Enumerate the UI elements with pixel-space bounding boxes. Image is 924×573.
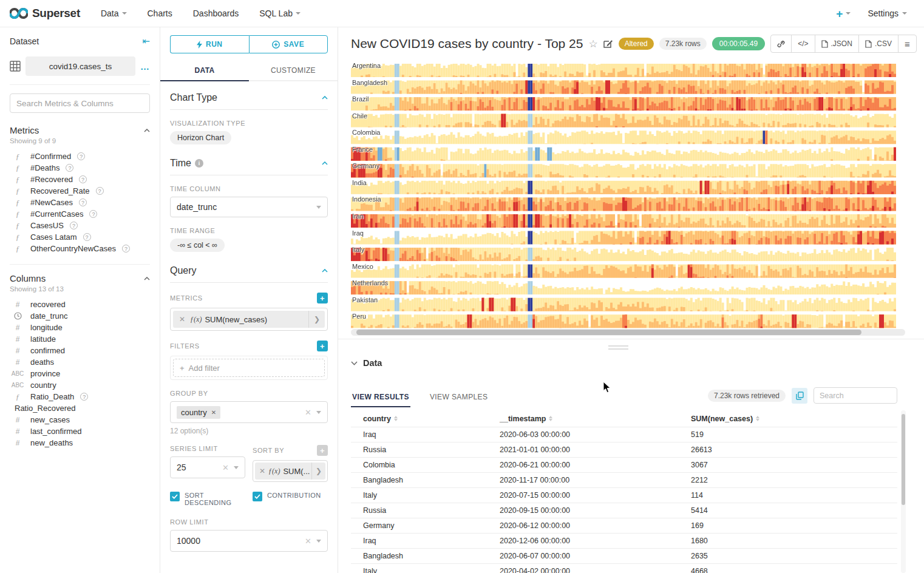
collapse-panel-icon[interactable]: ⇤ [142,36,150,47]
field-item-province[interactable]: ABCprovince [10,368,150,379]
horizon-chart[interactable]: ArgentinaBangladeshBrazilChileColombiaFr… [351,61,897,328]
clear-icon[interactable]: ✕ [305,537,311,546]
chevron-up-icon[interactable] [144,277,150,280]
table-row[interactable]: Bangladesh2020-06-07 00:00:002635 [351,548,897,563]
column-header-timestamp[interactable]: __timestamp [500,415,691,423]
nav-item-charts[interactable]: Charts [148,8,172,18]
altered-badge[interactable]: Altered [619,38,654,50]
field-item-longitude[interactable]: #longitude [10,322,150,333]
new-item-dropdown[interactable]: + [836,8,851,19]
field-item-latitude[interactable]: #latitude [10,333,150,345]
data-section-toggle[interactable]: Data [351,358,924,368]
nav-item-data[interactable]: Data [101,8,127,18]
field-item--recovered[interactable]: ƒ#Recovered? [10,174,150,185]
table-row[interactable]: Germany2020-06-12 00:00:00169 [351,518,897,533]
dataset-name[interactable]: covid19.cases_ts [25,56,135,76]
table-row[interactable]: Iraq2020-06-03 00:00:00519 [351,427,897,442]
field-item--deaths[interactable]: ƒ#Deaths? [10,162,150,174]
group-by-select[interactable]: country ✕ ✕ [170,401,328,423]
field-item-ratio-recovered[interactable]: Ratio_Recovered [10,402,150,414]
time-section-title[interactable]: Time [170,158,191,169]
field-item-recovered-rate[interactable]: ƒRecovered_Rate? [10,185,150,197]
table-row[interactable]: Russia2021-01-01 00:00:0026613 [351,442,897,457]
field-item-cases-latam[interactable]: ƒCases Latam? [10,231,150,243]
export-json-button[interactable]: .JSON [815,35,859,52]
metric-expand-icon[interactable]: ❯ [308,311,325,328]
field-name: CasesUS [30,221,64,230]
field-item--newcases[interactable]: ƒ#NewCases? [10,197,150,208]
results-search-input[interactable] [814,387,897,404]
table-row[interactable]: Bangladesh2020-11-17 00:00:002212 [351,472,897,487]
metric-pill[interactable]: ✕ ƒ(x) SUM(new_cases) ❯ [173,311,325,328]
table-row[interactable]: Italy2020-04-02 00:00:004668 [351,563,897,573]
metrics-showing-count: Showing 9 of 9 [10,137,150,144]
tab-data[interactable]: DATA [160,61,249,80]
scrollbar-thumb[interactable] [356,330,861,335]
resize-handle[interactable] [608,345,628,351]
remove-metric-icon[interactable]: ✕ [173,315,190,324]
viz-type-value[interactable]: Horizon Chart [170,131,231,144]
favorite-star-icon[interactable]: ☆ [588,38,597,50]
field-item-confirmed[interactable]: #confirmed [10,345,150,356]
table-row[interactable]: Iraq2020-12-06 00:00:001680 [351,533,897,548]
table-row[interactable]: Russia2020-09-15 00:00:005414 [351,503,897,518]
field-item--currentcases[interactable]: ƒ#CurrentCases? [10,208,150,220]
contribution-checkbox[interactable] [253,492,262,501]
column-header-sum-new-cases[interactable]: SUM(new_cases) [691,415,897,423]
copy-data-button[interactable] [792,388,807,404]
scrollbar-thumb[interactable] [902,414,905,505]
superset-infinity-icon [10,7,28,19]
sort-by-pill[interactable]: ✕ ƒ(x) SUM(... ❯ [255,463,325,480]
chevron-up-icon[interactable] [322,96,328,100]
settings-dropdown[interactable]: Settings [868,8,907,18]
table-row[interactable]: Colombia2020-06-21 00:00:003067 [351,457,897,472]
time-column-select[interactable]: date_trunc [170,197,328,217]
chevron-up-icon[interactable] [322,269,328,273]
clear-icon[interactable]: ✕ [305,408,311,417]
chart-type-section-title[interactable]: Chart Type [170,92,217,103]
field-item-ratio-death[interactable]: ƒRatio_Death? [10,391,150,402]
tab-view-samples[interactable]: VIEW SAMPLES [429,388,489,407]
save-button[interactable]: SAVE [249,35,328,53]
nav-item-dashboards[interactable]: Dashboards [193,8,239,18]
share-link-button[interactable] [771,35,792,52]
field-item-new-cases[interactable]: #new_cases [10,414,150,426]
field-item-recovered[interactable]: #recovered [10,299,150,310]
chevron-up-icon[interactable] [144,129,150,132]
metrics-columns-search-input[interactable] [10,93,150,113]
edit-properties-icon[interactable] [603,39,613,49]
remove-tag-icon[interactable]: ✕ [211,409,216,416]
field-item-last-confirmed[interactable]: #last_confirmed [10,426,150,437]
field-item-othercountrynewcases[interactable]: ƒOtherCountryNewCases? [10,243,150,254]
field-item-casesus[interactable]: ƒCasesUS? [10,220,150,231]
sort-expand-icon[interactable]: ❯ [311,463,325,480]
time-range-value[interactable]: -∞ ≤ col < ∞ [170,239,225,252]
clear-icon[interactable]: ✕ [222,463,229,472]
query-section-title[interactable]: Query [170,265,197,276]
field-item-new-deaths[interactable]: #new_deaths [10,437,150,449]
sort-descending-checkbox[interactable] [170,492,180,501]
field-item--confirmed[interactable]: ƒ#Confirmed? [10,151,150,162]
add-sort-by-button[interactable]: + [317,445,328,456]
tab-view-results[interactable]: VIEW RESULTS [351,388,410,407]
run-button[interactable]: RUN [170,35,249,53]
add-filter-button[interactable]: + Add filter [173,359,325,377]
column-header-country[interactable]: country [351,415,500,423]
remove-sort-icon[interactable]: ✕ [255,467,268,475]
tab-customize[interactable]: CUSTOMIZE [249,61,338,80]
superset-logo[interactable]: Superset [10,7,80,20]
export-csv-button[interactable]: .CSV [859,35,899,52]
field-item-deaths[interactable]: #deaths [10,356,150,368]
add-filter-plus-button[interactable]: + [317,341,328,351]
field-item-date-trunc[interactable]: date_trunc [10,310,150,322]
dataset-more-icon[interactable]: … [140,61,150,72]
chart-menu-button[interactable]: ≡ [899,35,916,52]
field-item-country[interactable]: ABCcountry [10,379,150,391]
row-limit-select[interactable]: 10000 ✕ [170,530,328,552]
chevron-up-icon[interactable] [322,161,328,165]
table-row[interactable]: Italy2020-07-15 00:00:00114 [351,487,897,503]
add-metric-button[interactable]: + [317,293,328,303]
embed-code-button[interactable]: </> [792,35,815,52]
series-limit-select[interactable]: 25 ✕ [170,456,245,478]
nav-item-sql-lab[interactable]: SQL Lab [259,8,301,18]
